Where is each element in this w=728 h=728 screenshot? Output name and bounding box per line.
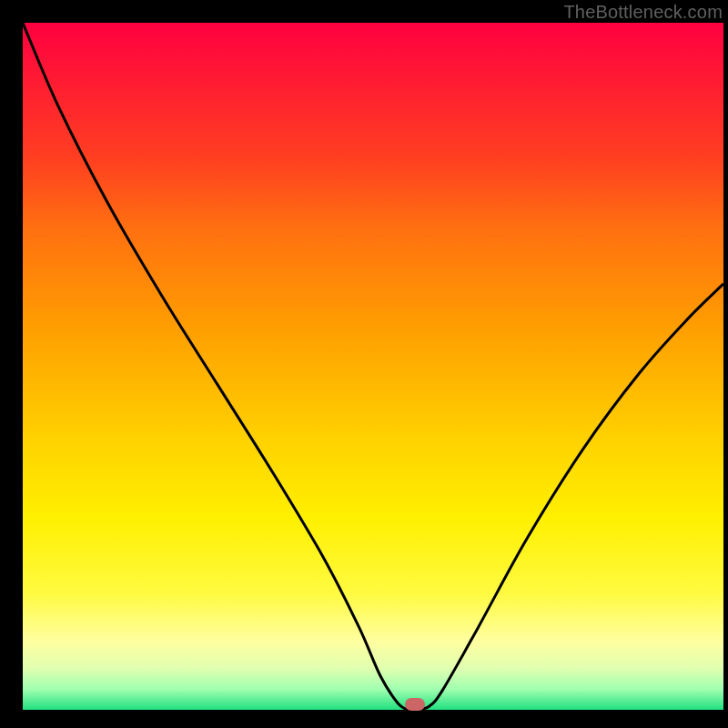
watermark-text: TheBottleneck.com <box>563 2 723 23</box>
curve-path <box>23 23 723 710</box>
optimal-marker <box>405 698 425 711</box>
plot-area <box>23 23 723 710</box>
bottleneck-curve <box>23 23 723 710</box>
chart-frame: TheBottleneck.com <box>0 0 728 728</box>
